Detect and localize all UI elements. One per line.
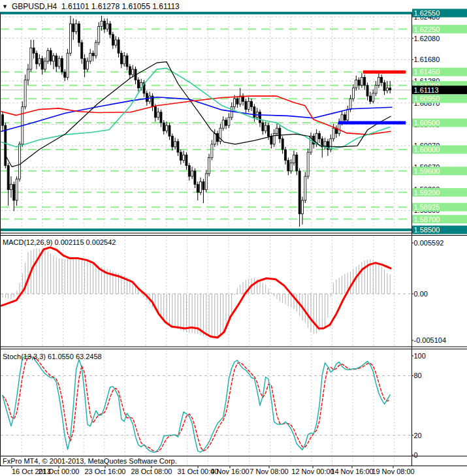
candle (259, 112, 261, 123)
candle (318, 133, 320, 138)
candle (265, 125, 266, 131)
candle (298, 171, 300, 214)
macd-axis-label: -0.005104 (414, 336, 447, 344)
time-tick-label: 4 Nov 16:00 (210, 468, 249, 475)
candle (352, 88, 354, 99)
price-tick-label: 1.62080 (414, 35, 440, 42)
candle (169, 125, 170, 136)
candle (171, 136, 173, 147)
time-tick-label: 19 Nov 08:00 (372, 468, 414, 475)
candle (222, 120, 224, 128)
candle (132, 69, 134, 74)
candle (290, 163, 292, 171)
candle (89, 53, 91, 61)
time-tick-label: 21 Oct 00:00 (39, 468, 80, 475)
copyright-label: FxPro MT4, © 2001-2013, MetaQuotes Softw… (3, 457, 177, 465)
candle (146, 93, 148, 101)
candle (123, 56, 125, 64)
macd-axis-label: 0.005592 (414, 239, 444, 247)
candle (126, 56, 128, 67)
candle (381, 77, 383, 82)
candle (188, 166, 190, 176)
candle (375, 86, 377, 93)
candle (211, 144, 213, 157)
candle (112, 35, 114, 45)
candle (197, 184, 199, 192)
candle (174, 142, 176, 147)
candle (137, 80, 139, 87)
symbol-dropdown-icon[interactable]: ▼ (2, 3, 8, 10)
candle (239, 96, 241, 104)
stoch-indicator-label: Stoch(13,3,3) 61.0550 63.2458 (3, 353, 102, 360)
candle (225, 120, 227, 125)
candle (44, 61, 46, 69)
candle (358, 80, 360, 85)
candle (344, 115, 346, 120)
candle (5, 125, 7, 165)
candle (208, 157, 210, 174)
chart-title: ▼GBPUSD,H4 1.61101 1.61278 1.61055 1.611… (2, 2, 180, 11)
candle (228, 118, 230, 125)
candle (202, 182, 204, 189)
candle (217, 133, 219, 141)
candle (2, 115, 4, 125)
candle (349, 99, 351, 109)
candle (262, 123, 264, 131)
candle (86, 61, 88, 69)
time-tick-label: 14 Nov 16:00 (330, 468, 373, 475)
candle (194, 171, 196, 184)
candle (293, 155, 295, 163)
candle (361, 77, 362, 85)
candle (27, 69, 29, 80)
candle (10, 184, 12, 189)
candle (47, 50, 49, 61)
time-tick-label: 7 Nov 08:00 (250, 468, 288, 475)
green-level-tag: 1.60000 (414, 146, 440, 153)
teal-level-tag: 1.58500 (414, 226, 440, 234)
macd-indicator-label: MACD(12,26,9) 0.002115 0.002542 (3, 238, 116, 246)
candle (183, 155, 185, 160)
candle (58, 59, 60, 67)
candle (81, 42, 83, 59)
candle (106, 24, 108, 29)
candle (7, 166, 9, 190)
candle (279, 128, 281, 138)
current-price-tag: 1.61113 (414, 86, 439, 94)
candle (273, 133, 275, 144)
candle (245, 101, 247, 109)
candle (67, 53, 69, 77)
teal-level-tag: 1.62550 (414, 9, 440, 17)
green-level-tag: 1.58925 (414, 203, 440, 211)
candle (205, 174, 207, 190)
candle (285, 150, 287, 160)
candle (200, 182, 202, 192)
price-axis: 1.624801.620801.616801.612801.608701.604… (411, 9, 467, 234)
candle (364, 77, 366, 85)
symbol-period-label: GBPUSD,H4 (12, 2, 57, 11)
candle (287, 160, 289, 170)
candle (214, 133, 216, 144)
candle (251, 101, 253, 106)
green-level-tag: 1.60950 (414, 95, 440, 103)
time-tick-label: 23 Oct 16:00 (85, 468, 126, 475)
green-level-tag: 1.59200 (414, 189, 440, 197)
candle (253, 106, 255, 117)
candle (78, 24, 80, 42)
time-axis: 16 Oct 201321 Oct 00:0023 Oct 16:0028 Oc… (12, 466, 415, 476)
candle (296, 155, 298, 171)
mt4-chart-window: 1.624801.620801.616801.612801.608701.604… (0, 0, 467, 476)
time-tick-label: 12 Nov 00:00 (291, 468, 334, 475)
candle (304, 176, 306, 200)
stoch-axis-label: 0 (414, 451, 418, 459)
candle (24, 80, 26, 106)
candle (191, 171, 193, 176)
candle (118, 40, 120, 53)
green-level-tag: 1.59600 (414, 167, 440, 175)
candle (61, 59, 63, 72)
candle (75, 24, 77, 31)
candle (301, 200, 303, 214)
candle (276, 128, 278, 133)
candle (366, 86, 368, 96)
candle (378, 77, 379, 85)
candle (72, 24, 74, 31)
